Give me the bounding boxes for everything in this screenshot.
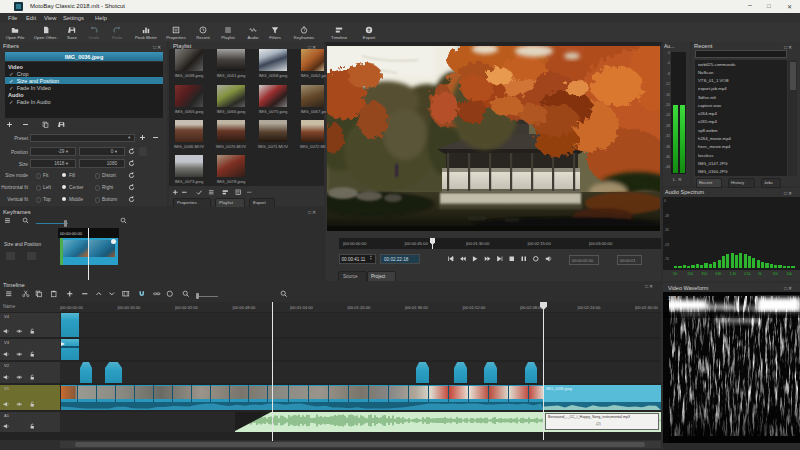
svg-text:100: 100 [668,295,677,301]
